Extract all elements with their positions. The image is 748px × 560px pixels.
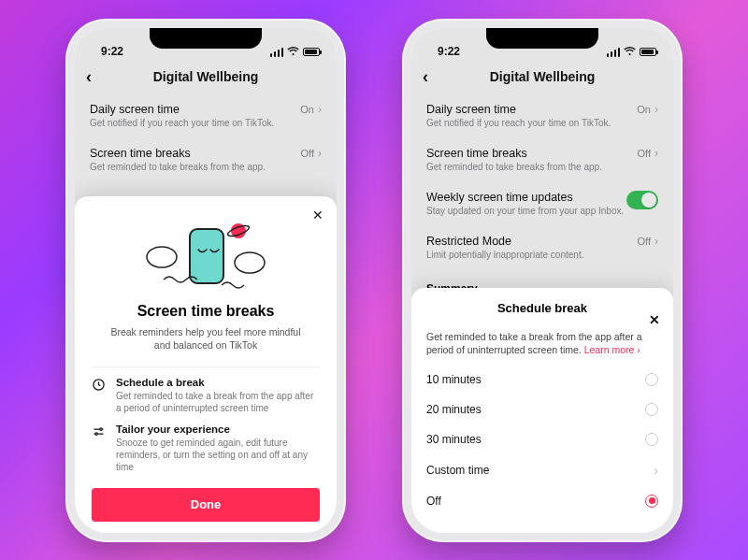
close-button[interactable]: ✕ (649, 312, 660, 327)
notch (486, 28, 598, 49)
option-off[interactable]: Off (411, 486, 673, 516)
notch (150, 28, 262, 49)
option-label: Off (426, 495, 441, 508)
radio-checked-icon (645, 495, 658, 508)
sliders-icon (92, 424, 107, 473)
option-label: Custom time (426, 464, 489, 477)
phone-right: 9:22 ‹ Digital Wellbeing Daily screen ti… (402, 19, 683, 542)
sheet-desc: Get reminded to take a break from the ap… (411, 324, 673, 365)
option-label: 30 minutes (426, 433, 482, 446)
sheet-title-text: Schedule break (497, 301, 587, 315)
phone-left: 9:22 ‹ Digital Wellbeing Daily screen ti… (65, 19, 346, 542)
sheet-title: Schedule break ✕ (411, 301, 673, 324)
screen-right: 9:22 ‹ Digital Wellbeing Daily screen ti… (411, 28, 673, 533)
radio-unchecked-icon (645, 403, 658, 416)
feature-title: Schedule a break (116, 377, 320, 388)
learn-more-link[interactable]: Learn more › (584, 344, 640, 355)
feature-tailor: Tailor your experience Snooze to get rem… (92, 424, 320, 473)
close-button[interactable]: ✕ (312, 208, 324, 223)
sheet-desc: Break reminders help you feel more mindf… (108, 325, 303, 352)
option-30-minutes[interactable]: 30 minutes (411, 424, 673, 454)
option-10-minutes[interactable]: 10 minutes (411, 365, 673, 395)
screen-left: 9:22 ‹ Digital Wellbeing Daily screen ti… (75, 28, 337, 533)
divider (92, 366, 320, 367)
radio-unchecked-icon (645, 433, 658, 446)
chevron-right-icon: › (654, 463, 658, 478)
svg-point-1 (235, 252, 265, 273)
done-button[interactable]: Done (92, 488, 320, 522)
feature-title: Tailor your experience (116, 424, 320, 435)
option-label: 10 minutes (426, 373, 482, 386)
clock-icon (92, 377, 107, 414)
intro-sheet: ✕ Screen time breaks Break reminders hel… (75, 196, 337, 533)
svg-rect-2 (190, 229, 223, 283)
option-label: 20 minutes (426, 403, 482, 416)
feature-desc: Snooze to get reminded again, edit futur… (116, 437, 320, 473)
schedule-break-sheet: Schedule break ✕ Get reminded to take a … (411, 288, 673, 533)
feature-desc: Get reminded to take a break from the ap… (116, 390, 320, 414)
sheet-title: Screen time breaks (92, 303, 320, 320)
option-20-minutes[interactable]: 20 minutes (411, 395, 673, 424)
feature-schedule: Schedule a break Get reminded to take a … (92, 377, 320, 414)
radio-unchecked-icon (645, 373, 658, 386)
option-custom-time[interactable]: Custom time › (411, 454, 673, 486)
svg-point-0 (147, 247, 177, 267)
sleeping-phone-illustration (92, 215, 320, 295)
